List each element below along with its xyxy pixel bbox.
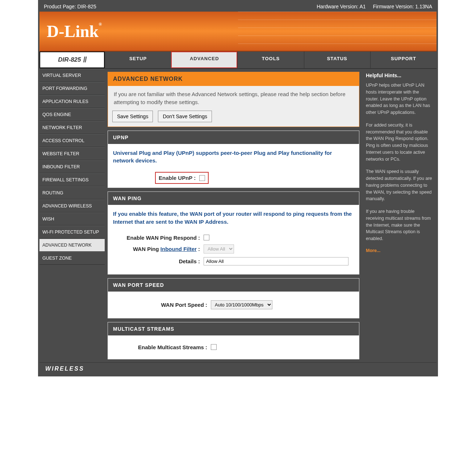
tab-tools[interactable]: TOOLS: [237, 51, 304, 68]
wan-ping-panel: WAN PING If you enable this feature, the…: [108, 191, 359, 275]
firmware-version: Firmware Version: 1.13NA: [373, 4, 432, 9]
hints-more-link[interactable]: More...: [366, 248, 380, 253]
logo-banner: D-Link®: [39, 12, 437, 51]
model-label: DIR-825//: [39, 51, 105, 68]
upnp-heading: UPNP: [108, 131, 359, 144]
hint-wan-ping: For added security, it is recommended th…: [366, 122, 433, 163]
enable-multicast-label: Enable Multicast Streams :: [113, 344, 211, 350]
sidebar-item-application-rules[interactable]: APPLICATION RULES: [39, 95, 105, 108]
main-nav: DIR-825// SETUP ADVANCED TOOLS STATUS SU…: [39, 51, 437, 69]
brand-logo: D-Link®: [47, 22, 102, 41]
dont-save-settings-button[interactable]: Don't Save Settings: [158, 111, 212, 122]
sidebar-item-advanced-network[interactable]: ADVANCED NETWORK: [39, 239, 105, 252]
sidebar-item-port-forwarding[interactable]: PORT FORWARDING: [39, 82, 105, 95]
sidebar-item-advanced-wireless[interactable]: ADVANCED WIRELESS: [39, 199, 105, 213]
sidebar: VIRTUAL SERVER PORT FORWARDING APPLICATI…: [39, 69, 105, 362]
sidebar-item-virtual-server[interactable]: VIRTUAL SERVER: [39, 69, 105, 82]
intro-panel: ADVANCED NETWORK If you are not familiar…: [108, 72, 359, 127]
product-page-label: Product Page: DIR-825: [44, 4, 96, 9]
hint-multicast: If you are having trouble receiving mult…: [366, 208, 433, 242]
upnp-description: Universal Plug and Play (UPnP) supports …: [113, 149, 354, 165]
wan-ping-details-label: Details :: [113, 258, 204, 264]
wan-port-speed-panel: WAN PORT SPEED WAN Port Speed : Auto 10/…: [108, 278, 359, 318]
sidebar-item-access-control[interactable]: ACCESS CONTROL: [39, 134, 105, 147]
sidebar-item-routing[interactable]: ROUTING: [39, 186, 105, 199]
footer-label: WIRELESS: [39, 362, 437, 375]
sidebar-item-website-filter[interactable]: WEBSITE FILTER: [39, 147, 105, 160]
wan-ping-filter-select[interactable]: Allow All: [204, 244, 234, 253]
wan-ping-heading: WAN PING: [108, 192, 359, 205]
tab-setup[interactable]: SETUP: [105, 51, 171, 68]
tab-support[interactable]: SUPPORT: [370, 51, 437, 68]
tab-advanced[interactable]: ADVANCED: [171, 51, 237, 68]
intro-heading: ADVANCED NETWORK: [108, 72, 359, 86]
tab-status[interactable]: STATUS: [304, 51, 370, 68]
wan-ping-details-input[interactable]: [204, 257, 348, 265]
hardware-version: Hardware Version: A1: [317, 4, 366, 9]
top-bar: Product Page: DIR-825 Hardware Version: …: [39, 1, 437, 12]
helpful-hints: Helpful Hints... UPnP helps other UPnP L…: [362, 69, 437, 362]
hint-upnp: UPnP helps other UPnP LAN hosts interope…: [366, 82, 433, 116]
enable-wan-ping-checkbox[interactable]: [204, 235, 209, 240]
upnp-panel: UPNP Universal Plug and Play (UPnP) supp…: [108, 131, 359, 188]
sidebar-item-firewall-settings[interactable]: FIREWALL SETTINGS: [39, 173, 105, 186]
enable-multicast-checkbox[interactable]: [211, 344, 217, 350]
wan-port-speed-label: WAN Port Speed :: [113, 302, 211, 308]
wan-port-speed-heading: WAN PORT SPEED: [108, 279, 359, 292]
enable-upnp-label: Enable UPnP :: [159, 175, 196, 181]
hints-heading: Helpful Hints...: [366, 73, 433, 78]
sidebar-item-qos-engine[interactable]: QOS ENGINE: [39, 108, 105, 121]
sidebar-item-guest-zone[interactable]: GUEST ZONE: [39, 252, 105, 265]
enable-wan-ping-label: Enable WAN Ping Respond :: [113, 235, 204, 241]
wan-port-speed-select[interactable]: Auto 10/100/1000Mbps: [211, 300, 272, 309]
multicast-heading: MULTICAST STREAMS: [108, 322, 359, 335]
save-settings-button[interactable]: Save Settings: [112, 111, 153, 122]
sidebar-item-network-filter[interactable]: NETWORK FILTER: [39, 121, 105, 134]
multicast-panel: MULTICAST STREAMS Enable Multicast Strea…: [108, 322, 359, 359]
main-content: ADVANCED NETWORK If you are not familiar…: [105, 69, 362, 362]
sidebar-item-wifi-protected-setup[interactable]: WI-FI PROTECTED SETUP: [39, 226, 105, 239]
enable-upnp-checkbox[interactable]: [199, 175, 205, 181]
wan-ping-filter-label: WAN Ping Inbound Filter :: [113, 246, 204, 252]
inbound-filter-link[interactable]: Inbound Filter: [160, 246, 197, 252]
hint-wan-speed: The WAN speed is usually detected automa…: [366, 168, 433, 202]
sidebar-item-inbound-filter[interactable]: INBOUND FILTER: [39, 160, 105, 173]
sidebar-item-wish[interactable]: WISH: [39, 213, 105, 226]
wan-ping-description: If you enable this feature, the WAN port…: [113, 210, 354, 226]
intro-text: If you are not familiar with these Advan…: [108, 86, 359, 111]
